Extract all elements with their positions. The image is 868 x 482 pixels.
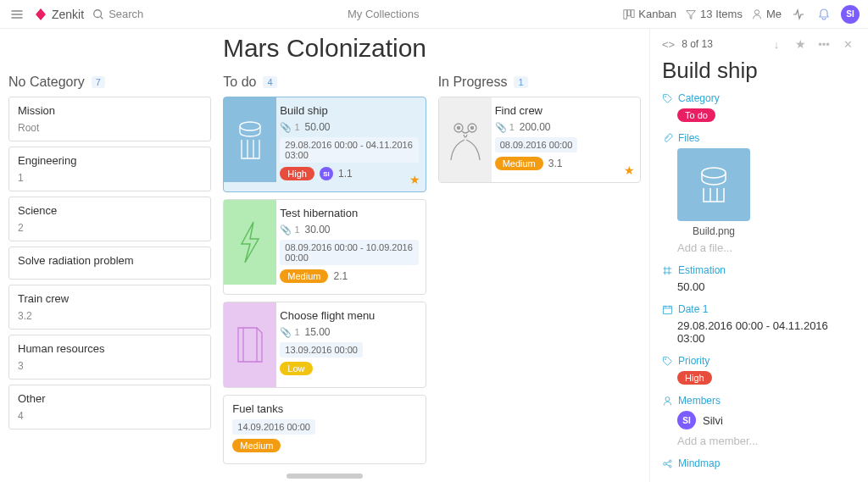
card-dates: 13.09.2016 00:00: [280, 342, 363, 357]
svg-rect-12: [664, 306, 672, 313]
field-mindmap: Mindmap: [662, 457, 856, 474]
list-card[interactable]: Science2: [8, 197, 211, 241]
board: Mars Colonization No Category 7 MissionR…: [0, 29, 649, 482]
filter-icon: [685, 8, 697, 20]
priority-badge: Low: [280, 362, 312, 375]
card-meta: 1: [18, 172, 202, 184]
card-title: Train crew: [18, 292, 202, 305]
brand-icon: [34, 8, 47, 21]
svg-rect-3: [632, 9, 635, 17]
file-thumb[interactable]: [677, 148, 750, 221]
card-title: Solve radiation problem: [18, 254, 202, 267]
priority-badge: High: [280, 167, 314, 180]
field-date: Date 1 29.08.2016 00:00 - 04.11.2016 03:…: [662, 303, 856, 345]
card-title: Fuel tanks: [232, 402, 416, 415]
column-header[interactable]: No Category 7: [8, 75, 211, 90]
view-switcher[interactable]: Kanban: [623, 8, 676, 20]
card-title: Other: [18, 392, 202, 405]
close-icon[interactable]: ✕: [839, 36, 856, 53]
kanban-icon: [623, 8, 635, 20]
svg-point-15: [664, 462, 666, 464]
list-card[interactable]: Solve radiation problem: [8, 247, 211, 280]
topbar: Zenkit Search My Collections Kanban 13 I…: [0, 0, 868, 29]
card-title: Human resources: [18, 342, 202, 355]
list-card[interactable]: Train crew3.2: [8, 285, 211, 330]
file-name: Build.png: [677, 225, 750, 237]
list-card[interactable]: MissionRoot: [8, 97, 211, 141]
person-icon: [751, 8, 763, 20]
list-card[interactable]: Other4: [8, 385, 211, 429]
avatar[interactable]: SI: [841, 5, 860, 24]
card-meta: Root: [18, 122, 202, 134]
kanban-card[interactable]: Find crew📎 1200.0008.09.2016 00:00Medium…: [438, 97, 641, 183]
activity-icon[interactable]: [790, 6, 807, 23]
kanban-card[interactable]: Choose flight menu📎 115.0013.09.2016 00:…: [223, 302, 426, 388]
date-value[interactable]: 29.08.2016 00:00 - 04.11.2016 03:00: [677, 319, 856, 345]
search-icon: [92, 8, 104, 20]
card-estimation: 50.00: [305, 121, 331, 133]
card-thumb: [224, 200, 276, 285]
card-position: 1.1: [338, 168, 353, 180]
kanban-card[interactable]: Fuel tanks14.09.2016 00:00Medium: [223, 395, 426, 464]
list-card[interactable]: Engineering1: [8, 147, 211, 191]
kanban-card[interactable]: Test hibernation📎 130.0008.09.2016 00:00…: [223, 199, 426, 295]
list-card[interactable]: Human resources3: [8, 335, 211, 380]
column-count: 1: [514, 76, 527, 88]
priority-badge[interactable]: High: [677, 371, 712, 385]
card-estimation: 15.00: [305, 326, 331, 338]
column-inprog: In Progress 1 Find crew📎 1200.0008.09.20…: [438, 75, 641, 190]
bell-icon[interactable]: [815, 6, 832, 23]
detail-title[interactable]: Build ship: [662, 58, 856, 84]
card-avatar: SI: [320, 167, 333, 180]
scrollbar[interactable]: [287, 474, 363, 479]
hash-icon: [662, 265, 673, 276]
card-dates: 08.09.2016 00:00 - 10.09.2016 00:00: [280, 240, 418, 265]
nav-prev-next-icon[interactable]: <>: [662, 38, 675, 51]
member-row[interactable]: SI Silvi: [677, 411, 856, 429]
card-meta: 4: [18, 410, 202, 422]
card-title: Engineering: [18, 154, 202, 167]
download-icon[interactable]: ↓: [768, 36, 785, 53]
column-header[interactable]: In Progress 1: [438, 75, 641, 90]
brand[interactable]: Zenkit: [34, 8, 84, 21]
estimation-value[interactable]: 50.00: [677, 280, 856, 293]
card-thumb: [439, 97, 492, 182]
priority-badge: Medium: [495, 157, 543, 170]
clip-icon: 📎 1: [495, 122, 515, 133]
person-icon: [662, 396, 673, 407]
add-member[interactable]: Add a member...: [677, 435, 856, 447]
clip-icon: 📎 1: [280, 122, 299, 133]
svg-point-11: [702, 168, 726, 178]
tag-icon: [662, 356, 673, 367]
breadcrumb[interactable]: My Collections: [152, 8, 615, 20]
card-position: 3.1: [548, 158, 563, 169]
column-header[interactable]: To do 4: [223, 75, 426, 90]
star-icon[interactable]: ★: [409, 173, 420, 186]
star-icon[interactable]: ★: [792, 36, 809, 53]
svg-point-0: [94, 9, 102, 17]
svg-point-8: [457, 127, 459, 130]
column-nocat: No Category 7 MissionRootEngineering1Sci…: [8, 75, 211, 435]
clip-icon: 📎 1: [280, 224, 299, 235]
member-name: Silvi: [703, 414, 723, 427]
svg-point-10: [665, 96, 666, 97]
card-estimation: 30.00: [305, 224, 331, 235]
filter-items[interactable]: 13 Items: [685, 8, 743, 20]
svg-point-9: [470, 127, 473, 130]
star-icon[interactable]: ★: [624, 163, 635, 177]
menu-icon[interactable]: [8, 6, 25, 23]
board-title: Mars Colonization: [8, 34, 641, 63]
card-title: Test hibernation: [280, 207, 418, 219]
more-icon[interactable]: •••: [815, 36, 832, 53]
kanban-card[interactable]: Build ship📎 150.0029.08.2016 00:00 - 04.…: [223, 97, 426, 192]
add-file[interactable]: Add a file...: [677, 241, 856, 254]
column-todo: To do 4 Build ship📎 150.0029.08.2016 00:…: [223, 75, 426, 471]
column-count: 7: [92, 76, 105, 88]
card-dates: 29.08.2016 00:00 - 04.11.2016 03:00: [280, 137, 418, 163]
category-badge[interactable]: To do: [677, 108, 715, 122]
user-filter[interactable]: Me: [751, 8, 782, 20]
card-title: Find crew: [495, 104, 633, 117]
card-title: Mission: [18, 104, 202, 117]
card-thumb: [224, 97, 276, 182]
search[interactable]: Search: [92, 8, 143, 20]
